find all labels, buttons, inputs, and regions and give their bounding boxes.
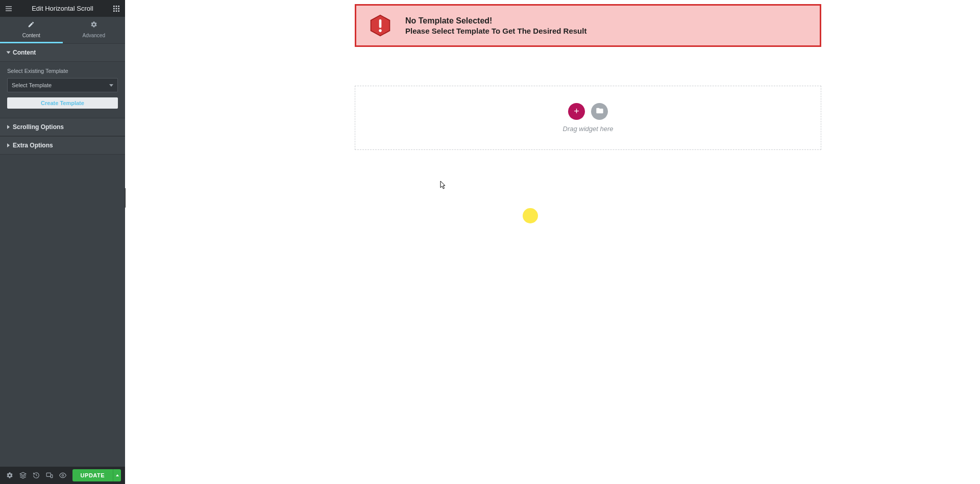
svg-rect-9: [113, 10, 115, 12]
highlight-marker: [523, 208, 538, 223]
update-dropdown-button[interactable]: [113, 469, 121, 481]
create-template-button[interactable]: Create Template: [7, 97, 118, 109]
svg-rect-18: [379, 19, 382, 28]
svg-rect-6: [113, 8, 115, 9]
section-content-head[interactable]: Content: [0, 43, 125, 62]
navigator-button[interactable]: [17, 469, 29, 481]
template-label: Select Existing Template: [7, 68, 118, 74]
dropzone-hint: Drag widget here: [563, 125, 614, 133]
update-group: UPDATE: [72, 469, 121, 481]
tab-advanced-label: Advanced: [83, 33, 105, 38]
plus-icon: +: [574, 106, 579, 117]
panel-title: Edit Horizontal Scroll: [13, 5, 112, 12]
warning-hex-icon: [369, 14, 392, 37]
panel-tabs: Content Advanced: [0, 17, 125, 43]
add-section-button[interactable]: +: [568, 103, 585, 120]
preview-canvas: No Template Selected! Please Select Temp…: [126, 0, 980, 484]
add-template-button[interactable]: [591, 103, 608, 120]
svg-rect-15: [51, 475, 53, 478]
section-scrolling-title: Scrolling Options: [13, 123, 64, 131]
caret-right-icon: [7, 143, 10, 147]
template-select[interactable]: Select Template: [7, 78, 118, 92]
tab-advanced[interactable]: Advanced: [63, 17, 126, 43]
section-extra-title: Extra Options: [13, 142, 53, 149]
svg-rect-5: [118, 6, 119, 7]
caret-right-icon: [7, 125, 10, 129]
svg-rect-4: [116, 6, 117, 7]
svg-rect-8: [118, 8, 119, 9]
update-button[interactable]: UPDATE: [72, 469, 113, 481]
folder-icon: [596, 107, 604, 116]
section-extra-head[interactable]: Extra Options: [0, 136, 125, 155]
pencil-icon: [0, 21, 63, 30]
alert-title: No Template Selected!: [405, 16, 586, 26]
svg-line-13: [36, 475, 37, 476]
svg-rect-10: [116, 10, 117, 12]
editor-sidebar: Edit Horizontal Scroll Content Advanced …: [0, 0, 125, 484]
tab-content[interactable]: Content: [0, 17, 63, 43]
section-dropzone[interactable]: + Drag widget here: [355, 86, 821, 150]
tab-content-label: Content: [22, 33, 40, 38]
svg-point-19: [379, 29, 382, 32]
alert-subtitle: Please Select Template To Get The Desire…: [405, 27, 586, 35]
history-button[interactable]: [31, 469, 42, 481]
svg-rect-3: [113, 6, 115, 7]
preview-button[interactable]: [57, 469, 68, 481]
panel-footer: UPDATE: [0, 467, 125, 484]
responsive-button[interactable]: [44, 469, 55, 481]
widgets-grid-icon[interactable]: [112, 4, 121, 13]
gear-icon: [63, 21, 126, 30]
alert-text: No Template Selected! Please Select Temp…: [405, 16, 586, 35]
section-scrolling-head[interactable]: Scrolling Options: [0, 118, 125, 136]
menu-icon[interactable]: [4, 4, 13, 13]
caret-up-icon: [116, 474, 119, 476]
chevron-down-icon: [109, 84, 113, 87]
svg-point-16: [62, 474, 64, 476]
template-select-value: Select Template: [12, 82, 52, 88]
sidebar-header: Edit Horizontal Scroll: [0, 0, 125, 17]
svg-rect-11: [118, 10, 119, 12]
settings-button[interactable]: [4, 469, 15, 481]
cursor-icon: [440, 181, 446, 190]
caret-down-icon: [7, 52, 11, 54]
svg-rect-14: [46, 473, 51, 476]
panel-body: Content Select Existing Template Select …: [0, 43, 125, 467]
section-content-title: Content: [13, 49, 36, 56]
no-template-alert: No Template Selected! Please Select Temp…: [355, 4, 821, 47]
svg-rect-7: [116, 8, 117, 9]
dropzone-actions: +: [568, 103, 608, 120]
section-content-body: Select Existing Template Select Template…: [0, 62, 125, 118]
